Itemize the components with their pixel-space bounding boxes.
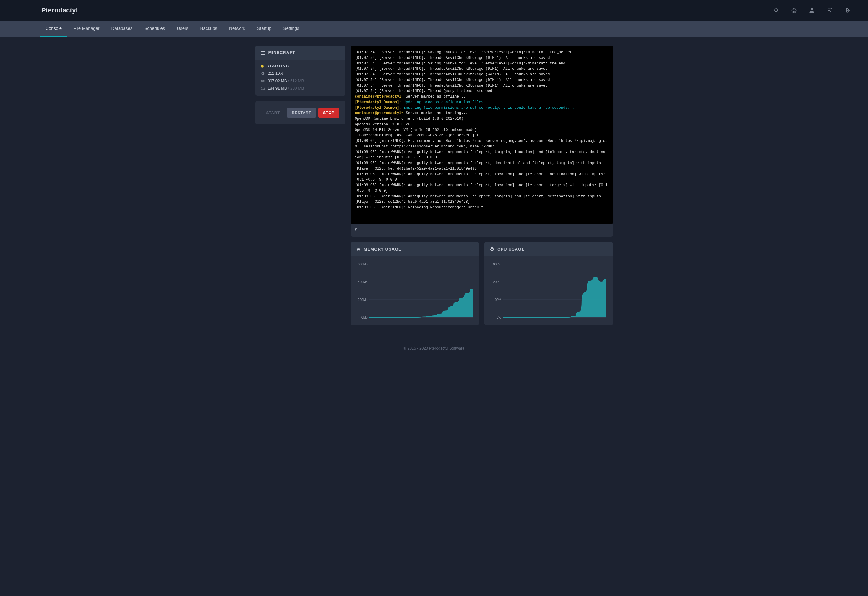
tab-network[interactable]: Network <box>224 21 251 37</box>
console-line: container@pterodactyl~ Server marked as … <box>355 94 609 100</box>
svg-text:0Mb: 0Mb <box>361 316 368 319</box>
command-input[interactable]: $ <box>351 224 613 237</box>
status-row: STARTING <box>261 64 340 68</box>
memory-icon <box>261 79 265 83</box>
console-line: [Pterodactyl Daemon]: Ensuring file perm… <box>355 105 609 111</box>
server-status-card: MINECRAFT STARTING 211.19% 307.02 MB / 5… <box>255 46 345 96</box>
console-line: [01:08:05] [main/WARN]: Ambiguity betwee… <box>355 172 609 183</box>
power-controls: START RESTART STOP <box>255 101 345 124</box>
memory-limit: 512 MB <box>290 78 304 83</box>
tab-file-manager[interactable]: File Manager <box>68 21 105 37</box>
console-line: OpenJDK 64-Bit Server VM (build 25.262-b… <box>355 127 609 133</box>
user-icon[interactable] <box>803 0 821 21</box>
cpu-chart-title: CPU USAGE <box>497 247 525 251</box>
console-line: [01:07:54] [Server thread/INFO]: Threade… <box>355 83 609 89</box>
disk-used: 184.91 MB <box>268 86 287 90</box>
command-prompt: $ <box>355 228 357 233</box>
footer-copyright: © 2015 - 2020 Pterodactyl Software <box>0 337 868 365</box>
disk-limit: 200 MB <box>290 86 304 90</box>
server-icon <box>261 50 266 55</box>
tab-backups[interactable]: Backups <box>195 21 223 37</box>
tab-schedules[interactable]: Schedules <box>139 21 170 37</box>
server-name: MINECRAFT <box>268 50 295 55</box>
status-text: STARTING <box>267 64 289 68</box>
cpu-value: 211.19% <box>268 71 283 76</box>
console-line: OpenJDK Runtime Environment (build 1.8.0… <box>355 116 609 122</box>
cpu-row: 211.19% <box>261 71 340 76</box>
console-line: [01:08:05] [main/INFO]: Reloading Resour… <box>355 205 609 210</box>
console-line: [01:08:05] [main/WARN]: Ambiguity betwee… <box>355 183 609 194</box>
stop-button[interactable]: STOP <box>318 108 339 118</box>
memory-chart: 0Mb200Mb400Mb600Mb <box>355 260 475 322</box>
console-line: [01:07:54] [Server thread/INFO]: Threade… <box>355 77 609 83</box>
server-status-header: MINECRAFT <box>255 46 345 60</box>
console-line: [01:08:05] [main/WARN]: Ambiguity betwee… <box>355 149 609 161</box>
svg-text:600Mb: 600Mb <box>358 263 368 266</box>
svg-text:300%: 300% <box>493 263 501 266</box>
search-icon[interactable] <box>768 0 785 21</box>
console-output[interactable]: [01:07:54] [Server thread/INFO]: Saving … <box>351 46 613 224</box>
tab-users[interactable]: Users <box>171 21 193 37</box>
console-line: [01:07:54] [Server thread/INFO]: Thread … <box>355 89 609 94</box>
svg-text:0%: 0% <box>496 316 501 319</box>
console-line: [01:07:54] [Server thread/INFO]: Threade… <box>355 55 609 61</box>
memory-row: 307.02 MB / 512 MB <box>261 78 340 83</box>
memory-chart-title: MEMORY USAGE <box>364 247 402 251</box>
logout-icon[interactable] <box>838 0 856 21</box>
topbar: Pterodactyl <box>0 0 868 21</box>
svg-text:100%: 100% <box>493 298 501 301</box>
console-line: [01:07:54] [Server thread/INFO]: Threade… <box>355 72 609 77</box>
console-line: container@pterodactyl~ Server marked as … <box>355 111 609 116</box>
console-line: [01:08:05] [main/WARN]: Ambiguity betwee… <box>355 161 609 172</box>
restart-button[interactable]: RESTART <box>287 108 316 118</box>
memory-used: 307.02 MB <box>268 78 287 83</box>
svg-text:400Mb: 400Mb <box>358 280 368 284</box>
console-line: [01:07:54] [Server thread/INFO]: Saving … <box>355 61 609 66</box>
memory-icon <box>356 247 361 251</box>
start-button[interactable]: START <box>261 108 285 118</box>
console-line: [01:07:54] [Server thread/INFO]: Saving … <box>355 50 609 55</box>
disk-row: 184.91 MB / 200 MB <box>261 86 340 90</box>
admin-gears-icon[interactable] <box>821 0 838 21</box>
tab-databases[interactable]: Databases <box>106 21 138 37</box>
svg-text:200%: 200% <box>493 280 501 284</box>
console-line: openjdk version "1.8.0_262" <box>355 122 609 127</box>
subnav: ConsoleFile ManagerDatabasesSchedulesUse… <box>0 21 868 37</box>
console-line: [01:08:04] [main/INFO]: Environment: aut… <box>355 138 609 149</box>
console-line: [Pterodactyl Daemon]: Updating process c… <box>355 100 609 105</box>
console-line: [01:08:05] [main/WARN]: Ambiguity betwee… <box>355 194 609 205</box>
tab-console[interactable]: Console <box>40 21 67 37</box>
console-line: :/home/container$ java -Xms128M -Xmx512M… <box>355 133 609 138</box>
layers-icon[interactable] <box>785 0 803 21</box>
cpu-chart: 0%100%200%300% <box>489 260 609 322</box>
brand-logo[interactable]: Pterodactyl <box>41 6 78 14</box>
cpu-chart-card: CPU USAGE 0%100%200%300% <box>484 242 613 325</box>
hdd-icon <box>261 86 265 90</box>
microchip-icon <box>490 247 495 251</box>
console-line: [01:07:54] [Server thread/INFO]: Threade… <box>355 66 609 72</box>
tab-settings[interactable]: Settings <box>278 21 304 37</box>
microchip-icon <box>261 71 265 76</box>
status-dot-icon <box>261 65 264 68</box>
memory-chart-card: MEMORY USAGE 0Mb200Mb400Mb600Mb <box>351 242 479 325</box>
tab-startup[interactable]: Startup <box>252 21 277 37</box>
svg-text:200Mb: 200Mb <box>358 298 368 301</box>
